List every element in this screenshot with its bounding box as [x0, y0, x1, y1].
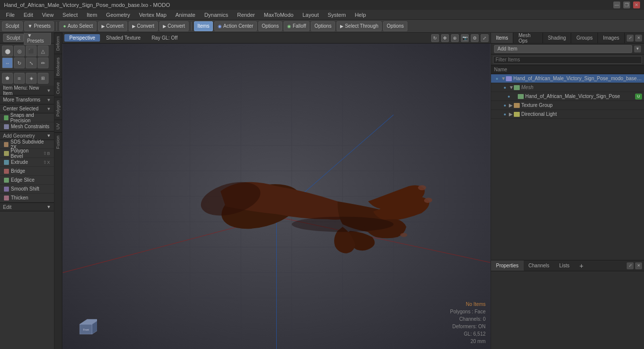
rb-tab-add[interactable]: + — [574, 260, 588, 271]
falloff-button[interactable]: ◉ Falloff — [284, 21, 309, 31]
mesh-expand-arrow[interactable]: ▼ — [509, 85, 514, 90]
scene-eye-icon[interactable]: ● — [493, 75, 501, 83]
close-button[interactable]: ✕ — [633, 1, 640, 8]
menu-system[interactable]: System — [324, 11, 350, 19]
light-expand-arrow[interactable]: ▶ — [509, 111, 514, 117]
sculpt-mode-button[interactable]: Sculpt — [3, 34, 24, 42]
item-menu-arrow[interactable]: ▼ — [47, 88, 51, 93]
menu-select[interactable]: Select — [58, 11, 82, 19]
tool-icon-rotate[interactable]: ↻ — [14, 57, 25, 68]
right-tab-meshops[interactable]: Mesh Ops — [513, 33, 543, 43]
tool-icon-sphere[interactable]: ⬤ — [2, 46, 13, 56]
menu-layout[interactable]: Layout — [298, 11, 323, 19]
action-center-button[interactable]: ◉ Action Center — [214, 21, 257, 31]
tree-item-scene[interactable]: ● ▼ Hand_of_African_Male_Victory_Sign_Po… — [491, 74, 644, 83]
options-button-1[interactable]: Options — [258, 21, 282, 31]
vp-expand-icon[interactable]: ⤢ — [481, 34, 489, 42]
tree-item-texture[interactable]: ● ▶ Texture Group — [491, 101, 644, 110]
menu-maxtomodo[interactable]: MaxToModo — [260, 11, 297, 19]
convert-button-2[interactable]: ▶ Convert — [129, 21, 158, 31]
menu-help[interactable]: Help — [351, 11, 370, 19]
scene-expand-arrow[interactable]: ▼ — [501, 76, 506, 81]
edge-slice-item[interactable]: Edge Slice — [0, 176, 54, 185]
vp-rotate-icon[interactable]: ↻ — [431, 34, 439, 42]
menu-vertexmap[interactable]: Vertex Map — [135, 11, 171, 19]
presets-button[interactable]: ▼ Presets — [24, 21, 54, 31]
edge-tab-fusion[interactable]: Fusion — [54, 132, 62, 152]
sculpt-button[interactable]: Sculpt — [2, 21, 23, 31]
vp-tab-raygl[interactable]: Ray GL: Off — [147, 34, 183, 42]
filter-items-input[interactable] — [493, 56, 642, 64]
maximize-button[interactable]: ❐ — [623, 1, 630, 8]
transform-icon-1[interactable]: ⬟ — [2, 73, 13, 84]
extrude-item[interactable]: Extrude ⇧X — [0, 158, 54, 167]
edge-tab-curve[interactable]: Curve — [54, 79, 62, 97]
menu-item[interactable]: Item — [83, 11, 101, 19]
menu-render[interactable]: Render — [233, 11, 259, 19]
tree-item-light[interactable]: ● ▶ Directional Light — [491, 110, 644, 119]
tool-icon-cone[interactable]: △ — [38, 46, 49, 56]
tree-item-hand-mesh[interactable]: ● Hand_of_African_Male_Victory_Sign_Pose… — [491, 92, 644, 101]
thicken-item[interactable]: Thicken — [0, 194, 54, 202]
vp-settings-icon[interactable]: ⚙ — [471, 34, 479, 42]
snaps-precision-item[interactable]: Snaps and Precision — [0, 113, 54, 122]
tool-icon-cube[interactable]: ⬛ — [26, 46, 37, 56]
3d-viewport[interactable]: Front No Items Polygons : Face Channels:… — [62, 44, 491, 349]
add-item-button[interactable]: Add Item — [494, 45, 632, 53]
menu-dynamics[interactable]: Dynamics — [200, 11, 232, 19]
menu-edit[interactable]: Edit — [20, 11, 37, 19]
navigation-cube[interactable]: Front — [72, 314, 97, 339]
transform-icon-3[interactable]: ◈ — [26, 73, 37, 84]
panel-expand-icon[interactable]: ⤢ — [627, 35, 634, 42]
vp-camera-icon[interactable]: 📷 — [461, 34, 469, 42]
tool-icon-move[interactable]: ↔ — [2, 57, 13, 68]
menu-geometry[interactable]: Geometry — [102, 11, 134, 19]
transform-icon-4[interactable]: ⊞ — [38, 73, 49, 84]
mesh-constraints-item[interactable]: Mesh Constraints — [0, 122, 54, 131]
vp-pan-icon[interactable]: ✥ — [441, 34, 449, 42]
rb-tab-lists[interactable]: Lists — [554, 260, 575, 271]
texture-expand-arrow[interactable]: ▶ — [509, 102, 514, 108]
polygon-bevel-item[interactable]: Polygon Bevel ⇧B — [0, 149, 54, 158]
edge-tab-booleans[interactable]: Booleans — [54, 54, 62, 79]
menu-file[interactable]: File — [2, 11, 19, 19]
vp-zoom-icon[interactable]: ⊕ — [451, 34, 459, 42]
bridge-item[interactable]: Bridge — [0, 167, 54, 176]
right-tab-shading[interactable]: Shading — [543, 33, 572, 43]
tool-icon-edit[interactable]: ✏ — [38, 57, 49, 68]
menu-animate[interactable]: Animate — [171, 11, 199, 19]
vp-tab-perspective[interactable]: Perspective — [64, 34, 100, 42]
options-button-2[interactable]: Options — [311, 21, 335, 31]
convert-button-1[interactable]: ▶ Convert — [98, 21, 127, 31]
more-transforms-arrow[interactable]: ▼ — [47, 98, 51, 102]
tree-item-mesh[interactable]: ● ▼ Mesh — [491, 83, 644, 92]
items-button[interactable]: Items — [194, 21, 213, 31]
transform-icon-2[interactable]: ⧆ — [14, 73, 25, 84]
texture-eye-icon[interactable]: ● — [501, 101, 509, 109]
auto-select-button[interactable]: ● Auto Select — [59, 21, 96, 31]
rb-tab-properties[interactable]: Properties — [491, 260, 524, 271]
options-button-3[interactable]: Options — [383, 21, 407, 31]
edge-tab-polygon[interactable]: Polygon — [54, 97, 62, 120]
rb-expand-icon[interactable]: ⤢ — [627, 262, 634, 269]
mesh-eye-icon[interactable]: ● — [501, 84, 509, 92]
center-selected-arrow[interactable]: ▼ — [47, 106, 51, 111]
select-through-button[interactable]: ▶ Select Through — [337, 21, 382, 31]
edge-tab-uv[interactable]: UV — [54, 120, 62, 133]
light-eye-icon[interactable]: ● — [501, 110, 509, 118]
minimize-button[interactable]: — — [613, 1, 620, 8]
right-tab-items[interactable]: Items — [491, 33, 513, 43]
rb-tab-channels[interactable]: Channels — [524, 260, 554, 271]
tool-icon-scale[interactable]: ⤡ — [26, 57, 37, 68]
rb-close-icon[interactable]: ✕ — [635, 262, 642, 269]
right-tab-images[interactable]: Images — [598, 33, 625, 43]
edge-tab-deform[interactable]: Deform — [54, 33, 62, 54]
add-item-dropdown[interactable]: ▼ — [634, 46, 641, 52]
panel-close-icon[interactable]: ✕ — [635, 35, 642, 42]
menu-view[interactable]: View — [38, 11, 58, 19]
edit-header[interactable]: Edit ▼ — [0, 202, 54, 211]
convert-button-3[interactable]: ▶ Convert — [159, 21, 189, 31]
presets-mode-button[interactable]: ▼ Presets — [24, 33, 51, 45]
tool-icon-torus[interactable]: ◎ — [14, 46, 25, 56]
smooth-shift-item[interactable]: Smooth Shift — [0, 185, 54, 194]
